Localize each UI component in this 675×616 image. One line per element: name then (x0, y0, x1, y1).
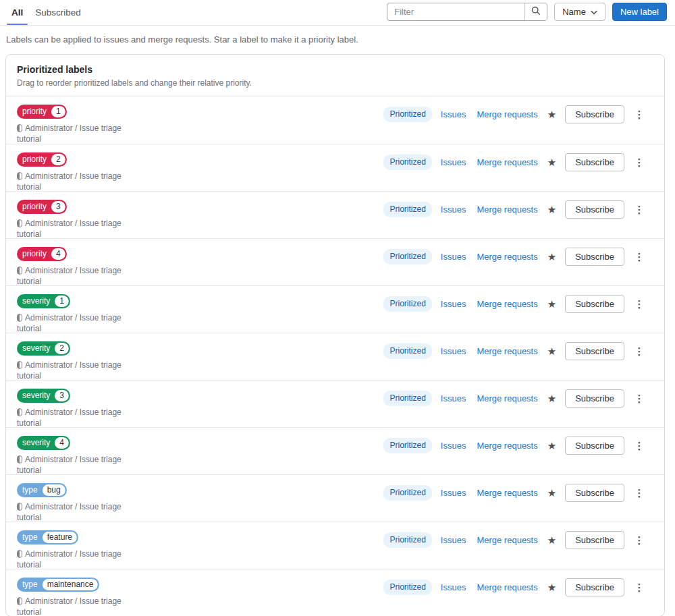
prioritized-labels-list: priority 1 Administrator / Issue triage … (6, 96, 664, 616)
filter-input[interactable] (387, 3, 524, 20)
more-actions-button[interactable]: ⋮ (633, 203, 645, 216)
star-button[interactable]: ★ (546, 488, 558, 498)
merge-requests-link[interactable]: Merge requests (477, 299, 537, 309)
prioritized-labels-subtitle: Drag to reorder prioritized labels and c… (17, 78, 653, 88)
subscribe-button[interactable]: Subscribe (565, 295, 624, 313)
more-actions-button[interactable]: ⋮ (633, 486, 645, 499)
label-project-name: Administrator / Issue triage tutorial (17, 266, 122, 286)
prioritized-badge: Prioritized (383, 391, 431, 406)
subscribe-button[interactable]: Subscribe (565, 437, 624, 455)
labels-tabs-bar: All Subscribed Name New label (0, 0, 675, 26)
star-button[interactable]: ★ (546, 299, 558, 309)
merge-requests-link[interactable]: Merge requests (477, 582, 537, 592)
tab-subscribed[interactable]: Subscribed (29, 0, 87, 25)
merge-requests-link[interactable]: Merge requests (477, 441, 537, 451)
scoped-label-icon (17, 314, 22, 322)
merge-requests-link[interactable]: Merge requests (477, 109, 537, 119)
issues-link[interactable]: Issues (441, 252, 466, 262)
scoped-label-badge[interactable]: priority 2 (17, 152, 67, 167)
star-button[interactable]: ★ (546, 393, 558, 403)
more-actions-button[interactable]: ⋮ (633, 534, 645, 547)
merge-requests-link[interactable]: Merge requests (477, 346, 537, 356)
issues-link[interactable]: Issues (441, 157, 466, 167)
tab-all[interactable]: All (5, 0, 29, 25)
subscribe-button[interactable]: Subscribe (565, 105, 624, 123)
scoped-label-badge[interactable]: severity 4 (17, 436, 70, 450)
merge-requests-link[interactable]: Merge requests (477, 393, 537, 403)
label-project: Administrator / Issue triage tutorial (17, 454, 145, 476)
star-button[interactable]: ★ (546, 157, 558, 167)
more-actions-button[interactable]: ⋮ (633, 156, 645, 169)
star-button[interactable]: ★ (546, 346, 558, 356)
chevron-down-icon (591, 7, 597, 17)
labels-tabs: All Subscribed (5, 0, 87, 25)
subscribe-button[interactable]: Subscribe (565, 200, 624, 219)
prioritized-badge: Prioritized (383, 343, 431, 359)
subscribe-button[interactable]: Subscribe (565, 153, 624, 171)
sort-dropdown[interactable]: Name (554, 3, 605, 21)
merge-requests-link[interactable]: Merge requests (477, 157, 537, 167)
star-button[interactable]: ★ (546, 204, 558, 215)
more-actions-button[interactable]: ⋮ (633, 439, 645, 452)
scoped-label-badge[interactable]: type bug (17, 483, 67, 497)
more-actions-button[interactable]: ⋮ (633, 298, 645, 310)
issues-link[interactable]: Issues (441, 582, 466, 592)
filter-box (387, 3, 547, 21)
label-scope: priority (18, 154, 51, 165)
star-button[interactable]: ★ (546, 109, 558, 119)
star-button[interactable]: ★ (546, 252, 558, 262)
more-actions-button[interactable]: ⋮ (633, 345, 645, 358)
subscribe-button[interactable]: Subscribe (565, 389, 624, 408)
more-actions-button[interactable]: ⋮ (633, 250, 645, 263)
subscribe-button[interactable]: Subscribe (565, 342, 624, 360)
label-row: priority 3 Administrator / Issue triage … (6, 191, 664, 238)
star-button[interactable]: ★ (546, 535, 558, 545)
labels-toolbar: Name New label (387, 3, 667, 25)
label-row-actions: Prioritized Issues Merge requests ★ Subs… (383, 484, 653, 502)
scoped-label-badge[interactable]: type maintenance (17, 578, 99, 592)
kebab-menu-icon: ⋮ (634, 440, 645, 451)
scoped-label-badge[interactable]: severity 3 (17, 389, 70, 403)
label-row-actions: Prioritized Issues Merge requests ★ Subs… (383, 389, 653, 408)
issues-link[interactable]: Issues (441, 488, 466, 498)
issues-link[interactable]: Issues (441, 535, 466, 545)
label-value: feature (43, 532, 77, 543)
merge-requests-link[interactable]: Merge requests (477, 535, 537, 545)
label-project: Administrator / Issue triage tutorial (17, 312, 145, 334)
label-project: Administrator / Issue triage tutorial (17, 360, 145, 381)
more-actions-button[interactable]: ⋮ (633, 392, 645, 405)
search-button[interactable] (524, 3, 547, 20)
subscribe-button[interactable]: Subscribe (565, 248, 624, 266)
issues-link[interactable]: Issues (441, 204, 466, 215)
label-row-actions: Prioritized Issues Merge requests ★ Subs… (383, 105, 653, 123)
issues-link[interactable]: Issues (441, 299, 466, 309)
scoped-label-badge[interactable]: priority 4 (17, 247, 67, 261)
more-actions-button[interactable]: ⋮ (633, 581, 645, 594)
merge-requests-link[interactable]: Merge requests (477, 252, 537, 262)
label-project-name: Administrator / Issue triage tutorial (17, 502, 122, 522)
kebab-menu-icon: ⋮ (634, 582, 645, 593)
subscribe-button[interactable]: Subscribe (565, 578, 624, 596)
label-value: bug (43, 484, 65, 496)
scoped-label-icon (17, 408, 22, 416)
scoped-label-badge[interactable]: severity 2 (17, 341, 70, 356)
merge-requests-link[interactable]: Merge requests (477, 204, 537, 215)
prioritized-badge: Prioritized (383, 155, 431, 170)
issues-link[interactable]: Issues (441, 441, 466, 451)
merge-requests-link[interactable]: Merge requests (477, 488, 537, 498)
star-button[interactable]: ★ (546, 582, 558, 592)
scoped-label-badge[interactable]: priority 1 (17, 105, 67, 119)
scoped-label-badge[interactable]: type feature (17, 530, 78, 544)
issues-link[interactable]: Issues (441, 346, 466, 356)
new-label-button[interactable]: New label (612, 3, 667, 21)
issues-link[interactable]: Issues (441, 393, 466, 403)
label-value: 2 (51, 154, 65, 165)
subscribe-button[interactable]: Subscribe (565, 531, 624, 549)
issues-link[interactable]: Issues (441, 109, 466, 119)
label-project-name: Administrator / Issue triage tutorial (17, 313, 122, 333)
scoped-label-badge[interactable]: severity 1 (17, 294, 70, 308)
subscribe-button[interactable]: Subscribe (565, 484, 624, 502)
scoped-label-badge[interactable]: priority 3 (17, 200, 67, 214)
star-button[interactable]: ★ (546, 441, 558, 451)
more-actions-button[interactable]: ⋮ (633, 108, 645, 121)
